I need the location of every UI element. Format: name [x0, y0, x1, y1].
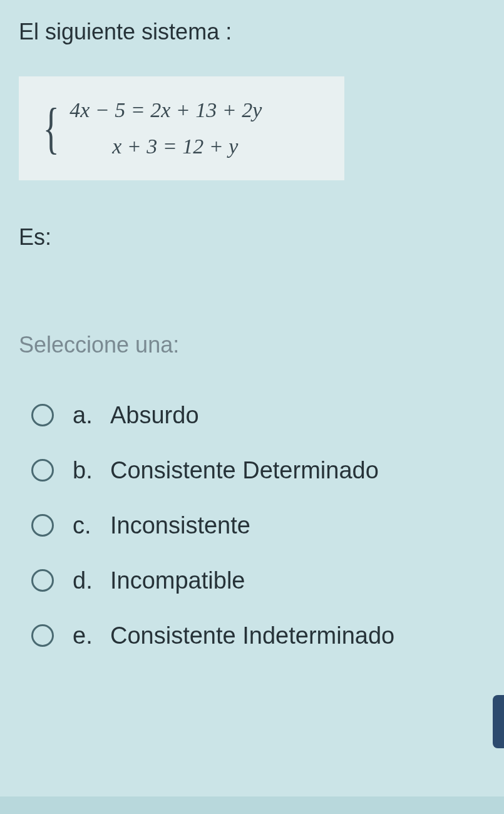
- question-intro: El siguiente sistema :: [19, 19, 485, 45]
- option-text: Absurdo: [110, 402, 199, 429]
- radio-icon[interactable]: [31, 514, 54, 537]
- radio-icon[interactable]: [31, 569, 54, 592]
- options-list: a. Absurdo b. Consistente Determinado c.…: [19, 402, 485, 649]
- option-text: Consistente Determinado: [110, 457, 379, 484]
- option-c[interactable]: c. Inconsistente: [31, 512, 485, 539]
- option-letter: d.: [73, 567, 110, 594]
- es-label: Es:: [19, 224, 485, 250]
- radio-icon[interactable]: [31, 624, 54, 647]
- select-one-label: Seleccione una:: [19, 332, 485, 358]
- equation-1: 4x − 5 = 2x + 13 + 2y: [69, 92, 262, 128]
- option-letter: b.: [73, 457, 110, 484]
- option-text: Incompatible: [110, 567, 245, 594]
- bottom-bar: [0, 796, 504, 814]
- left-brace-icon: {: [43, 105, 59, 153]
- equation-2: x + 3 = 12 + y: [69, 128, 262, 165]
- radio-icon[interactable]: [31, 459, 54, 482]
- option-e[interactable]: e. Consistente Indeterminado: [31, 622, 485, 649]
- side-tab[interactable]: [493, 695, 504, 748]
- option-d[interactable]: d. Incompatible: [31, 567, 485, 594]
- option-a[interactable]: a. Absurdo: [31, 402, 485, 429]
- option-text: Inconsistente: [110, 512, 250, 539]
- option-b[interactable]: b. Consistente Determinado: [31, 457, 485, 484]
- option-letter: c.: [73, 512, 110, 539]
- option-letter: a.: [73, 402, 110, 429]
- option-text: Consistente Indeterminado: [110, 622, 394, 649]
- option-letter: e.: [73, 622, 110, 649]
- equation-system-box: { 4x − 5 = 2x + 13 + 2y x + 3 = 12 + y: [19, 76, 344, 180]
- radio-icon[interactable]: [31, 404, 54, 426]
